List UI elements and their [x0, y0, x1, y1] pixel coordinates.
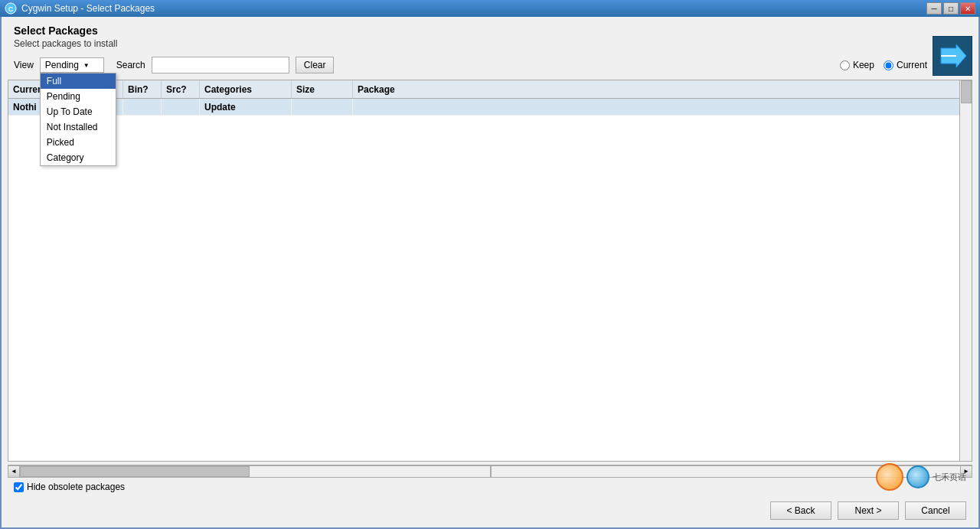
radio-current-input[interactable] [884, 60, 893, 70]
hide-obsolete-checkbox[interactable] [14, 482, 24, 492]
header: Select Packages Select packages to insta… [2, 17, 978, 54]
page-subtitle: Select packages to install [14, 38, 966, 49]
dropdown-item-uptodate[interactable]: Up To Date [41, 104, 116, 119]
view-select-value: Pending [45, 60, 79, 70]
maximize-button[interactable]: □ [943, 2, 959, 15]
cygwin-logo [933, 36, 972, 76]
title-bar: C Cygwin Setup - Select Packages ─ □ ✕ [0, 0, 980, 17]
cancel-button[interactable]: Cancel [905, 501, 966, 520]
brand-name: 七禾页话 [933, 472, 966, 482]
cell-size [292, 99, 353, 115]
search-input[interactable] [152, 57, 289, 73]
svg-text:C: C [8, 5, 14, 13]
cell-bin [123, 99, 162, 115]
col-package: Package [353, 80, 972, 98]
scroll-left-arrow[interactable]: ◄ [8, 465, 20, 478]
radio-keep[interactable]: Keep [840, 60, 874, 70]
main-window: Select Packages Select packages to insta… [0, 17, 980, 529]
dropdown-item-full[interactable]: Full [41, 73, 116, 89]
title-bar-text: Cygwin Setup - Select Packages [21, 3, 155, 14]
scroll-thumb[interactable] [961, 80, 972, 103]
dropdown-item-category[interactable]: Category [41, 150, 116, 165]
table-header: Current New Bin? Src? Categories Size Pa… [8, 80, 972, 99]
hide-obsolete-checkbox-label[interactable]: Hide obsolete packages [14, 482, 125, 492]
close-button[interactable]: ✕ [960, 2, 975, 15]
cell-pkg [353, 99, 972, 115]
footer: Hide obsolete packages [2, 477, 978, 497]
hscroll-track [20, 465, 960, 478]
vertical-scrollbar[interactable] [959, 80, 972, 461]
page-title: Select Packages [14, 24, 966, 37]
dropdown-menu: Full Pending Up To Date Not Installed Pi… [40, 73, 116, 166]
view-select-container: Pending Full Pending Up To Date Not Inst… [40, 57, 104, 73]
hide-obsolete-label: Hide obsolete packages [27, 482, 125, 492]
view-label: View [14, 60, 34, 70]
dropdown-item-pending[interactable]: Pending [41, 89, 116, 104]
cell-cat: Update [200, 99, 292, 115]
radio-current-label: Current [897, 60, 927, 70]
brand-circle2-icon [906, 465, 929, 488]
col-size: Size [292, 80, 353, 98]
brand-text: 七禾页话 [933, 472, 966, 482]
toolbar: View Pending Full Pending Up To Date Not… [2, 54, 978, 77]
hscroll-thumb[interactable] [20, 466, 250, 477]
col-bin: Bin? [123, 80, 162, 98]
col-categories: Categories [200, 80, 292, 98]
table-body: Nothi to Update [8, 99, 972, 461]
back-button[interactable]: < Back [770, 501, 831, 520]
hscroll-divider [490, 466, 492, 477]
main-content: Select Packages Select packages to insta… [2, 17, 978, 527]
packages-table: Current New Bin? Src? Categories Size Pa… [8, 80, 972, 462]
dropdown-item-picked[interactable]: Picked [41, 135, 116, 150]
button-row: < Back Next > Cancel [2, 497, 978, 527]
title-bar-buttons: ─ □ ✕ [926, 2, 975, 15]
radio-current[interactable]: Current [884, 60, 927, 70]
view-select-button[interactable]: Pending [40, 57, 104, 73]
horizontal-scrollbar-container: ◄ ► [8, 465, 972, 477]
cell-src [162, 99, 200, 115]
col-src: Src? [162, 80, 200, 98]
minimize-button[interactable]: ─ [926, 2, 942, 15]
radio-keep-input[interactable] [840, 60, 850, 70]
brand-watermark: 七禾页话 [876, 463, 966, 491]
radio-keep-label: Keep [853, 60, 874, 70]
clear-button[interactable]: Clear [296, 57, 335, 73]
search-label: Search [116, 60, 145, 70]
app-icon: C [5, 2, 17, 15]
title-bar-left: C Cygwin Setup - Select Packages [5, 2, 155, 15]
next-button[interactable]: Next > [838, 501, 899, 520]
brand-circle-icon [876, 463, 903, 491]
table-row: Nothi to Update [8, 99, 972, 116]
dropdown-item-notinstalled[interactable]: Not Installed [41, 119, 116, 135]
